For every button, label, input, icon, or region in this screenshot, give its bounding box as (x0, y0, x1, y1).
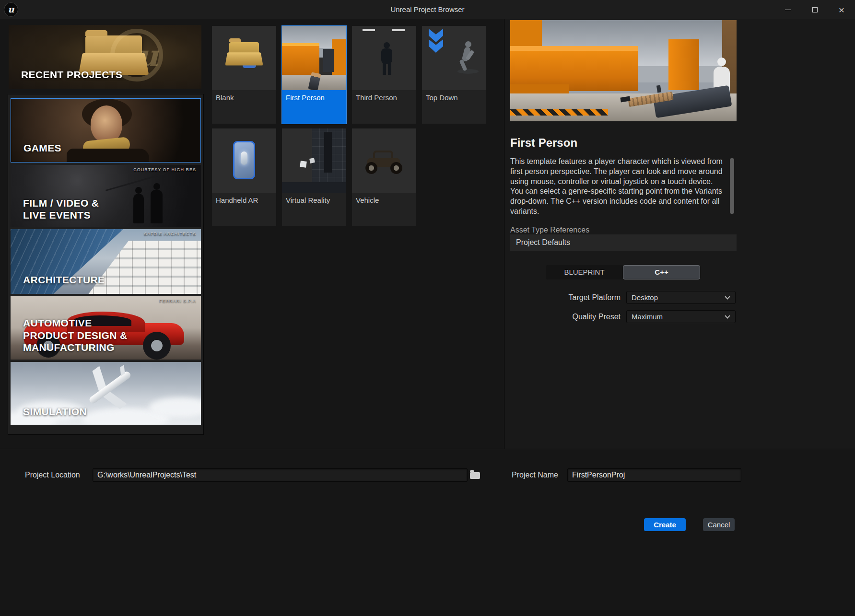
blue-arrow-icon (429, 29, 443, 42)
image-credit: COURTESY OF HIGH RES (133, 167, 196, 172)
template-title: First Person (510, 136, 577, 150)
template-label: Third Person (352, 90, 416, 124)
minimize-icon (785, 10, 791, 10)
third-person-thumbnail (352, 26, 416, 90)
asset-type-references-label: Asset Type References (510, 226, 589, 234)
template-details-panel: First Person This template features a pl… (504, 19, 855, 449)
template-description: This template features a player characte… (510, 157, 727, 217)
template-label: Vehicle (352, 193, 416, 226)
template-card-handheld-ar[interactable]: Handheld AR (212, 128, 276, 226)
sidebar-item-simulation[interactable]: SIMULATION (11, 362, 201, 425)
folder-front (225, 52, 263, 65)
sidebar-item-recent-projects[interactable]: u RECENT PROJECTS (9, 25, 201, 89)
quality-preset-dropdown[interactable]: Maximum (626, 310, 736, 323)
close-icon: × (839, 5, 844, 15)
template-label: Blank (212, 90, 276, 124)
project-location-input[interactable] (93, 468, 468, 482)
chevron-down-icon (725, 294, 730, 299)
orange-trim (510, 46, 638, 51)
doorway (323, 49, 334, 72)
virtual-reality-thumbnail (282, 128, 346, 193)
title-bar: u Unreal Project Browser × (0, 0, 855, 19)
template-card-first-person[interactable]: First Person (282, 26, 346, 124)
white-cube (309, 158, 315, 163)
blank-thumbnail (212, 26, 276, 90)
target-platform-label: Target Platform (504, 291, 621, 304)
template-label: Virtual Reality (282, 193, 346, 226)
car-rear-wheel (143, 332, 171, 360)
category-label: RECENT PROJECTS (21, 69, 122, 81)
vehicle-thumbnail (352, 128, 416, 193)
orange-wall (332, 39, 346, 75)
folder-icon (470, 472, 480, 479)
browse-folder-button[interactable] (470, 470, 481, 480)
handheld-ar-thumbnail (212, 128, 276, 193)
category-list: GAMES COURTESY OF HIGH RES FILM / VIDEO … (8, 94, 204, 435)
orange-column (668, 39, 699, 90)
image-credit: SAFDIE ARCHITECTS (144, 232, 196, 236)
cancel-button[interactable]: Cancel (703, 518, 735, 531)
crew-silhouette (151, 190, 163, 223)
ceiling-light (363, 29, 375, 31)
sidebar-item-film-video[interactable]: COURTESY OF HIGH RES FILM / VIDEO & LIVE… (11, 165, 201, 227)
sidebar-item-games[interactable]: GAMES (11, 98, 201, 163)
template-card-virtual-reality[interactable]: Virtual Reality (282, 128, 346, 226)
project-location-label: Project Location (25, 468, 80, 482)
template-label: Handheld AR (212, 193, 276, 226)
character-shoulders (67, 149, 149, 162)
template-preview-image (510, 20, 737, 121)
template-card-third-person[interactable]: Third Person (352, 26, 416, 124)
quality-preset-value: Maximum (632, 313, 663, 321)
footer-bar: Project Location Project Name Create Can… (0, 449, 855, 616)
blueprint-tab[interactable]: BLUEPRINT (546, 265, 623, 279)
template-label: Top Down (422, 90, 486, 124)
project-name-input[interactable] (567, 468, 741, 482)
category-label: AUTOMOTIVE PRODUCT DESIGN & MANUFACTURIN… (23, 317, 128, 354)
window-title: Unreal Project Browser (0, 0, 855, 19)
minimize-button[interactable] (774, 0, 801, 19)
orange-wall (282, 43, 319, 75)
description-scrollbar[interactable] (730, 158, 734, 214)
orange-ceiling (510, 20, 542, 47)
template-card-top-down[interactable]: Top Down (422, 26, 486, 124)
buggy-wheel (365, 162, 377, 174)
top-down-thumbnail (422, 26, 486, 90)
mannequin-head (717, 58, 726, 66)
create-button[interactable]: Create (644, 518, 686, 531)
category-label: GAMES (23, 142, 61, 154)
category-label: ARCHITECTURE (23, 274, 105, 286)
character-face (91, 105, 122, 143)
gun-sight (656, 85, 661, 93)
project-name-label: Project Name (512, 468, 558, 482)
maximize-button[interactable] (801, 0, 828, 19)
template-card-vehicle[interactable]: Vehicle (352, 128, 416, 226)
category-label: FILM / VIDEO & LIVE EVENTS (23, 197, 99, 221)
floor (282, 182, 346, 193)
ceiling-light (392, 29, 405, 31)
orange-trim (282, 43, 319, 46)
quality-preset-label: Quality Preset (504, 310, 621, 323)
crew-silhouette (133, 194, 144, 223)
unreal-project-browser-window: u Unreal Project Browser × u RECENT PROJ… (0, 0, 855, 616)
close-button[interactable]: × (828, 0, 855, 19)
category-label: SIMULATION (23, 406, 87, 418)
template-card-blank[interactable]: Blank (212, 26, 276, 124)
target-platform-dropdown[interactable]: Desktop (626, 291, 736, 304)
chevron-down-icon (725, 313, 730, 318)
sidebar-item-automotive[interactable]: FERRARI S.P.A AUTOMOTIVE PRODUCT DESIGN … (11, 296, 201, 360)
character-leg (388, 63, 391, 75)
character-head (465, 41, 471, 47)
window-controls: × (774, 0, 855, 19)
ar-object (241, 151, 247, 165)
sidebar-item-architecture[interactable]: SAFDIE ARCHITECTS ARCHITECTURE (11, 229, 201, 294)
dark-column (324, 132, 332, 173)
character-head (384, 42, 390, 48)
maximize-icon (812, 7, 818, 12)
cpp-tab[interactable]: C++ (623, 265, 700, 279)
character-shadow (457, 69, 479, 74)
image-credit: FERRARI S.P.A (159, 299, 196, 303)
project-defaults-header[interactable]: Project Defaults (510, 234, 737, 251)
template-label: First Person (282, 90, 346, 124)
white-cube (300, 161, 307, 168)
first-person-thumbnail (282, 26, 346, 90)
